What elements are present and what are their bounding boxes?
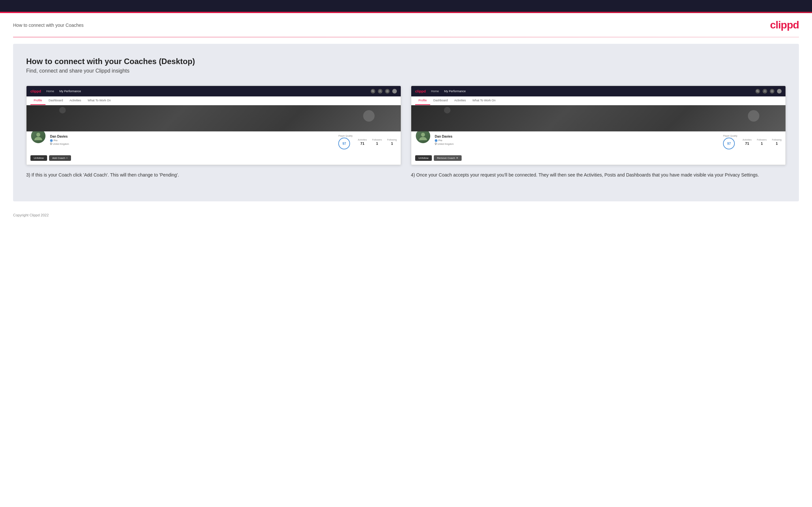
page-heading: How to connect with your Coaches (Deskto… [26,57,786,66]
user-location-left: United Kingdom [50,143,69,145]
user-name-left: Dan Davies [50,135,69,138]
stat-quality-left: Player Quality 97 [338,135,353,150]
tab-dashboard-left[interactable]: Dashboard [46,97,66,105]
tab-profile-right[interactable]: Profile [415,97,430,105]
svg-point-5 [36,133,40,136]
svg-point-10 [771,90,773,92]
mock-nav-performance-left[interactable]: My Performance [59,90,81,93]
svg-point-4 [386,90,388,92]
footer: Copyright Clippd 2022 [0,208,812,222]
stat-followers-left: Followers 1 [372,138,382,146]
svg-point-11 [421,133,425,136]
main-content: How to connect with your Coaches (Deskto… [13,44,799,202]
svg-point-9 [771,91,772,92]
svg-point-0 [372,90,373,92]
check-icon [50,139,53,142]
mock-nav-home-left[interactable]: Home [46,90,54,93]
user-location-right: United Kingdom [435,143,454,145]
svg-point-2 [379,90,380,91]
svg-point-8 [764,90,765,91]
stat-quality-right: Player Quality 97 [723,135,738,150]
check-icon-right [435,139,438,142]
tab-whattoworkon-right[interactable]: What To Work On [469,97,499,105]
user-name-right: Dan Davies [435,135,454,138]
svg-line-7 [758,92,759,92]
add-coach-button[interactable]: Add Coach + [49,155,71,161]
screenshot-col-left: clippd Home My Performance [26,86,401,178]
banner-circle-2 [59,107,66,113]
stat-activities-left: Activities 71 [358,138,367,146]
user-icon[interactable] [378,89,383,94]
user-info-left: Dan Davies Pro United Kingdom [50,135,69,145]
settings-icon[interactable] [385,89,390,94]
stat-activities-right: Activities 71 [743,138,752,146]
unfollow-button-right[interactable]: Unfollow [415,155,432,161]
user-badge-left: Pro [50,139,69,142]
tab-dashboard-right[interactable]: Dashboard [430,97,451,105]
mock-buttons-right: Unfollow Remove Coach ✕ [411,155,785,165]
banner-circle-4 [444,107,451,113]
mock-stats-left: Player Quality 97 Activities 71 Follower… [338,135,397,150]
caption-right: 4) Once your Coach accepts your request … [411,172,786,178]
header-divider [13,37,799,37]
mock-navbar-left: clippd Home My Performance [27,86,401,97]
unfollow-button-left[interactable]: Unfollow [31,155,47,161]
x-icon: ✕ [456,157,458,160]
globe-icon[interactable] [392,89,397,94]
mock-banner-right [411,105,785,131]
screenshot-left: clippd Home My Performance [26,86,401,165]
stat-followers-right: Followers 1 [757,138,766,146]
copyright-text: Copyright Clippd 2022 [13,213,49,217]
tab-activities-left[interactable]: Activities [66,97,85,105]
banner-circle-1 [363,110,374,122]
mock-stats-right: Player Quality 97 Activities 71 Follower… [723,135,781,150]
quality-circle-right: 97 [723,137,735,150]
mock-buttons-left: Unfollow Add Coach + [27,155,401,165]
search-icon-right[interactable] [755,89,760,94]
stat-following-left: Following 1 [387,138,397,146]
settings-icon-right[interactable] [770,89,774,94]
user-info-right: Dan Davies Pro United Kingdom [435,135,454,145]
tab-activities-right[interactable]: Activities [451,97,469,105]
stat-following-right: Following 1 [772,138,781,146]
mock-nav-performance-right[interactable]: My Performance [444,90,465,93]
mock-profile-section-right: Dan Davies Pro United Kingdom Player Qua… [411,131,785,154]
mock-banner-left [27,105,401,131]
mock-tabs-left: Profile Dashboard Activities What To Wor… [27,97,401,105]
quality-circle-left: 97 [338,137,350,150]
banner-circle-3 [748,110,759,122]
caption-left: 3) If this is your Coach click 'Add Coac… [26,172,401,178]
screenshot-right: clippd Home My Performance [411,86,786,165]
tab-profile-left[interactable]: Profile [31,97,46,105]
globe-icon-right[interactable] [777,89,781,94]
svg-line-1 [373,92,374,92]
mock-nav-home-right[interactable]: Home [431,90,439,93]
svg-point-3 [387,91,388,92]
user-icon-right[interactable] [763,89,767,94]
top-bar [0,0,812,12]
user-badge-right: Pro [435,139,454,142]
mock-logo-left: clippd [31,89,41,93]
mock-logo-right: clippd [415,89,426,93]
mock-tabs-right: Profile Dashboard Activities What To Wor… [411,97,785,105]
screenshot-col-right: clippd Home My Performance [411,86,786,178]
plus-icon: + [66,157,68,160]
tab-whattoworkon-left[interactable]: What To Work On [85,97,114,105]
search-icon[interactable] [371,89,375,94]
mock-profile-section-left: Dan Davies Pro United Kingdom Player Qua… [27,131,401,154]
mock-navbar-right: clippd Home My Performance [411,86,785,97]
svg-point-6 [757,90,758,92]
page-subheading: Find, connect and share your Clippd insi… [26,68,786,74]
mock-nav-icons-right [755,89,781,94]
remove-coach-button[interactable]: Remove Coach ✕ [434,155,462,161]
breadcrumb: How to connect with your Coaches [13,22,84,28]
clippd-logo: clippd [770,19,799,31]
mock-nav-icons-left [371,89,397,94]
screenshots-row: clippd Home My Performance [26,86,786,178]
page-header: How to connect with your Coaches clippd [0,13,812,37]
